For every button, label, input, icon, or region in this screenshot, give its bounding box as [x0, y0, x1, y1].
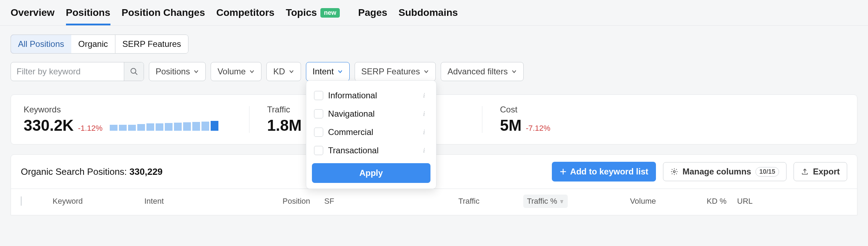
manage-columns-button[interactable]: Manage columns 10/15 [663, 162, 786, 181]
filter-intent[interactable]: Intent [306, 62, 350, 81]
select-all-checkbox[interactable] [21, 196, 22, 206]
col-volume[interactable]: Volume [568, 197, 656, 206]
stat-delta: -1.12% [78, 124, 103, 133]
tab-positions[interactable]: Positions [66, 7, 110, 25]
col-keyword[interactable]: Keyword [53, 197, 144, 206]
stat-value: 5M [500, 117, 522, 134]
osp-prefix: Organic Search Positions: [21, 166, 129, 177]
chevron-down-icon [193, 69, 199, 74]
filter-advanced-label: Advanced filters [447, 67, 508, 76]
chevron-down-icon [337, 69, 343, 74]
stat-keywords: Keywords 330.2K -1.12% [24, 105, 249, 134]
stat-value: 1.8M [267, 117, 302, 134]
intent-option-transactional[interactable]: Transactional i [312, 141, 430, 160]
info-icon[interactable]: i [420, 128, 428, 136]
chevron-down-icon [423, 69, 429, 74]
svg-line-1 [135, 73, 137, 75]
organic-search-positions-title: Organic Search Positions: 330,229 [21, 166, 163, 177]
chevron-down-icon [511, 69, 517, 74]
sort-icon [559, 199, 564, 204]
info-icon[interactable]: i [420, 91, 428, 100]
filter-intent-wrap: Intent Informational i Navigational i Co… [306, 62, 350, 81]
intent-option-commercial[interactable]: Commercial i [312, 123, 430, 141]
filter-volume[interactable]: Volume [211, 62, 261, 81]
keywords-sparkline [110, 121, 218, 131]
tab-topics-label: Topics [286, 7, 317, 18]
manage-columns-label: Manage columns [682, 167, 751, 177]
stat-label: Keywords [24, 105, 228, 115]
gear-icon [670, 168, 678, 176]
tab-overview[interactable]: Overview [11, 7, 55, 25]
segment-serp-features[interactable]: SERP Features [115, 35, 188, 53]
export-button[interactable]: Export [794, 162, 847, 181]
keyword-search-input[interactable] [11, 62, 124, 81]
add-to-keyword-list-button[interactable]: Add to keyword list [552, 162, 656, 182]
intent-apply-button[interactable]: Apply [312, 163, 430, 183]
filter-serp-label: SERP Features [361, 67, 420, 76]
intent-dropdown: Informational i Navigational i Commercia… [306, 80, 436, 189]
col-url[interactable]: URL [727, 197, 857, 206]
add-button-label: Add to keyword list [570, 167, 648, 177]
export-icon [801, 168, 809, 176]
keyword-search [11, 62, 144, 81]
checkbox-icon [314, 146, 323, 155]
col-position[interactable]: Position [233, 197, 310, 206]
stat-value: 330.2K [24, 117, 74, 134]
stat-delta: -7.12% [526, 124, 550, 133]
intent-option-informational[interactable]: Informational i [312, 86, 430, 105]
filter-row: Positions Volume KD Intent Informational… [11, 62, 857, 81]
tab-subdomains[interactable]: Subdomains [399, 7, 458, 25]
osp-count: 330,229 [129, 166, 163, 177]
tab-competitors[interactable]: Competitors [216, 7, 275, 25]
chevron-down-icon [289, 69, 294, 74]
new-badge: new [320, 8, 340, 18]
filter-volume-label: Volume [217, 67, 246, 76]
info-icon[interactable]: i [420, 110, 428, 118]
plus-icon [560, 168, 567, 175]
filter-positions[interactable]: Positions [149, 62, 206, 81]
chevron-down-icon [249, 69, 255, 74]
col-traffic[interactable]: Traffic [388, 197, 480, 206]
filter-serp-features[interactable]: SERP Features [355, 62, 436, 81]
tab-position-changes[interactable]: Position Changes [122, 7, 205, 25]
export-label: Export [813, 167, 840, 177]
col-kd[interactable]: KD % [656, 197, 727, 206]
col-traffic-pct[interactable]: Traffic % [523, 195, 568, 208]
col-sf[interactable]: SF [310, 197, 388, 206]
table-header-row: Keyword Intent Position SF Traffic Traff… [11, 189, 857, 215]
intent-option-label: Commercial [328, 127, 373, 137]
select-all-cell [21, 197, 53, 206]
filter-advanced[interactable]: Advanced filters [441, 62, 524, 81]
keyword-search-button[interactable] [124, 62, 144, 81]
search-icon [130, 67, 138, 76]
col-intent[interactable]: Intent [144, 197, 233, 206]
filter-intent-label: Intent [313, 67, 334, 76]
toolbar: All Positions Organic SERP Features Posi… [0, 26, 868, 88]
segment-all-positions[interactable]: All Positions [11, 35, 72, 54]
stat-cost: Cost 5M -7.12% [482, 105, 631, 134]
tab-pages[interactable]: Pages [358, 7, 387, 25]
info-icon[interactable]: i [420, 146, 428, 155]
columns-count-badge: 10/15 [755, 167, 779, 177]
svg-point-2 [673, 171, 675, 173]
intent-option-navigational[interactable]: Navigational i [312, 105, 430, 123]
svg-point-0 [131, 68, 136, 73]
filter-kd-label: KD [273, 67, 285, 76]
filter-kd[interactable]: KD [266, 62, 301, 81]
intent-option-label: Transactional [328, 146, 379, 155]
checkbox-icon [314, 128, 323, 137]
checkbox-icon [314, 109, 323, 118]
tab-topics[interactable]: Topics new [286, 7, 340, 25]
stat-label: Cost [500, 105, 609, 115]
checkbox-icon [314, 91, 323, 100]
position-type-segment: All Positions Organic SERP Features [11, 35, 188, 54]
intent-option-label: Navigational [328, 109, 375, 119]
segment-organic[interactable]: Organic [71, 35, 115, 53]
intent-option-label: Informational [328, 91, 377, 100]
col-traffic-pct-label: Traffic % [527, 197, 557, 206]
nav-tabs: Overview Positions Position Changes Comp… [0, 0, 868, 26]
filter-positions-label: Positions [156, 67, 190, 76]
